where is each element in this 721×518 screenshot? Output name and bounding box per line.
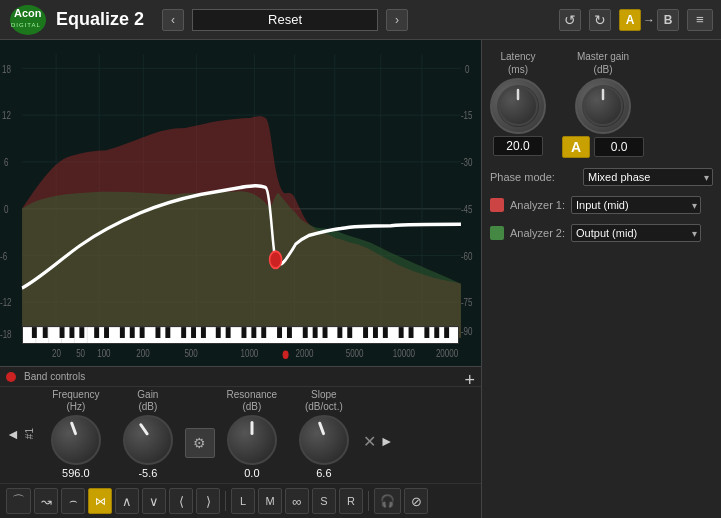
ab-a-button[interactable]: A: [619, 9, 641, 31]
svg-rect-81: [444, 327, 449, 338]
svg-rect-55: [130, 327, 135, 338]
filter-bell-button[interactable]: ⌢: [61, 488, 85, 514]
knob-section: ◄ #1 Frequency(Hz) 596.0 Gain(dB) -: [0, 387, 481, 483]
channel-r-button[interactable]: R: [339, 488, 363, 514]
resonance-label: Resonance(dB): [227, 389, 278, 413]
filter-hp-button[interactable]: ⟨: [169, 488, 193, 514]
svg-rect-71: [323, 327, 328, 338]
svg-rect-60: [191, 327, 196, 338]
preset-name-input[interactable]: [192, 9, 378, 31]
master-gain-knob[interactable]: [575, 78, 631, 134]
analyzer2-label: Analyzer 2:: [510, 227, 565, 239]
add-band-button[interactable]: +: [464, 371, 475, 389]
svg-text:0: 0: [465, 62, 470, 75]
latency-master-row: Latency(ms) 20.0 Master gain(dB): [490, 50, 713, 158]
eq-graph[interactable]: 18 12 6 0 -6 -12 -18 0 -15 -30 -45 -60 -…: [0, 40, 481, 366]
band-header-row: Band controls +: [0, 367, 481, 387]
analyzer1-select[interactable]: Input (mid) Input (left) Input (right) O…: [571, 196, 701, 214]
gain-knob[interactable]: [123, 415, 173, 465]
band-number: #1: [24, 428, 35, 439]
channel-s-button[interactable]: S: [312, 488, 336, 514]
piano-keyboard: [22, 326, 459, 344]
toolbar-separator-1: [225, 491, 226, 511]
preset-next-button[interactable]: ›: [386, 9, 408, 31]
band-close-button[interactable]: ✕: [363, 432, 376, 451]
resonance-knob[interactable]: [227, 415, 277, 465]
latency-knob-inner: [497, 85, 539, 127]
preset-prev-button[interactable]: ‹: [162, 9, 184, 31]
frequency-value: 596.0: [62, 467, 90, 479]
master-gain-value: 0.0: [594, 137, 644, 157]
svg-text:-45: -45: [461, 203, 473, 216]
bypass-button[interactable]: ⊘: [404, 488, 428, 514]
band-next-button[interactable]: ►: [378, 433, 396, 449]
master-gain-label: Master gain(dB): [577, 50, 629, 76]
filter-lp-button[interactable]: ⟩: [196, 488, 220, 514]
ab-arrow-icon: →: [643, 13, 655, 27]
analyzer1-label: Analyzer 1:: [510, 199, 565, 211]
filter-valley-button[interactable]: ∨: [142, 488, 166, 514]
resonance-value: 0.0: [244, 467, 259, 479]
slope-value: 6.6: [316, 467, 331, 479]
svg-rect-77: [399, 327, 404, 338]
svg-rect-70: [313, 327, 318, 338]
svg-text:-18: -18: [0, 327, 12, 340]
phase-mode-select-wrapper: Mixed phase Linear phase Minimum phase: [583, 168, 713, 186]
frequency-knob-group: Frequency(Hz) 596.0: [41, 389, 111, 479]
filter-type-button[interactable]: ⚙: [185, 428, 215, 458]
svg-text:200: 200: [136, 347, 150, 360]
phase-mode-row: Phase mode: Mixed phase Linear phase Min…: [490, 168, 713, 186]
svg-rect-67: [277, 327, 282, 338]
eq-display[interactable]: 18 12 6 0 -6 -12 -18 0 -15 -30 -45 -60 -…: [0, 40, 481, 366]
band-prev-button[interactable]: ◄: [4, 426, 22, 442]
ab-b-button[interactable]: B: [657, 9, 679, 31]
headphone-button[interactable]: 🎧: [374, 488, 401, 514]
svg-rect-80: [434, 327, 439, 338]
phase-mode-label: Phase mode:: [490, 171, 555, 183]
svg-rect-59: [181, 327, 186, 338]
frequency-label: Frequency(Hz): [52, 389, 99, 413]
logo: Acon DIGITAL: [8, 4, 48, 36]
filter-shelfhigh-button[interactable]: ↝: [34, 488, 58, 514]
slope-label: Slope(dB/oct.): [305, 389, 343, 413]
ab-group: A → B: [619, 9, 679, 31]
svg-text:Acon: Acon: [14, 7, 42, 19]
svg-rect-48: [43, 327, 48, 338]
svg-rect-79: [424, 327, 429, 338]
resonance-knob-group: Resonance(dB) 0.0: [217, 389, 287, 479]
filter-shelflow-button[interactable]: ⌒: [6, 488, 31, 514]
svg-rect-69: [303, 327, 308, 338]
frequency-knob[interactable]: [51, 415, 101, 465]
svg-rect-68: [287, 327, 292, 338]
svg-text:6: 6: [4, 156, 9, 169]
phase-mode-select[interactable]: Mixed phase Linear phase Minimum phase: [583, 168, 713, 186]
channel-l-button[interactable]: L: [231, 488, 255, 514]
svg-text:20000: 20000: [436, 347, 459, 360]
filter-peak-button[interactable]: ∧: [115, 488, 139, 514]
svg-text:-12: -12: [0, 296, 12, 309]
menu-button[interactable]: ≡: [687, 9, 713, 31]
svg-point-34: [283, 350, 289, 359]
analyzer1-select-wrapper: Input (mid) Input (left) Input (right) O…: [571, 196, 701, 214]
slope-knob[interactable]: [299, 415, 349, 465]
svg-rect-54: [120, 327, 125, 338]
channel-m-button[interactable]: M: [258, 488, 282, 514]
analyzer1-row: Analyzer 1: Input (mid) Input (left) Inp…: [490, 196, 713, 214]
main-area: 18 12 6 0 -6 -12 -18 0 -15 -30 -45 -60 -…: [0, 40, 721, 518]
svg-rect-63: [226, 327, 231, 338]
svg-rect-61: [201, 327, 206, 338]
analyzer2-select[interactable]: Output (mid) Output (left) Output (right…: [571, 224, 701, 242]
toolbar: ⌒ ↝ ⌢ ⋈ ∧ ∨ ⟨ ⟩ L M ∞ S R 🎧 ⊘: [0, 483, 481, 518]
master-ab-button[interactable]: A: [562, 136, 590, 158]
svg-text:-60: -60: [461, 249, 473, 262]
redo-button[interactable]: ↻: [589, 9, 611, 31]
channel-link-button[interactable]: ∞: [285, 488, 309, 514]
undo-button[interactable]: ↺: [559, 9, 581, 31]
header: Acon DIGITAL Equalize 2 ‹ › ↺ ↻ A → B ≡: [0, 0, 721, 40]
svg-rect-50: [69, 327, 74, 338]
svg-text:1000: 1000: [240, 347, 258, 360]
filter-notch-button[interactable]: ⋈: [88, 488, 112, 514]
band-controls-label: Band controls: [24, 371, 85, 382]
latency-knob[interactable]: [490, 78, 546, 134]
svg-text:18: 18: [2, 62, 11, 75]
